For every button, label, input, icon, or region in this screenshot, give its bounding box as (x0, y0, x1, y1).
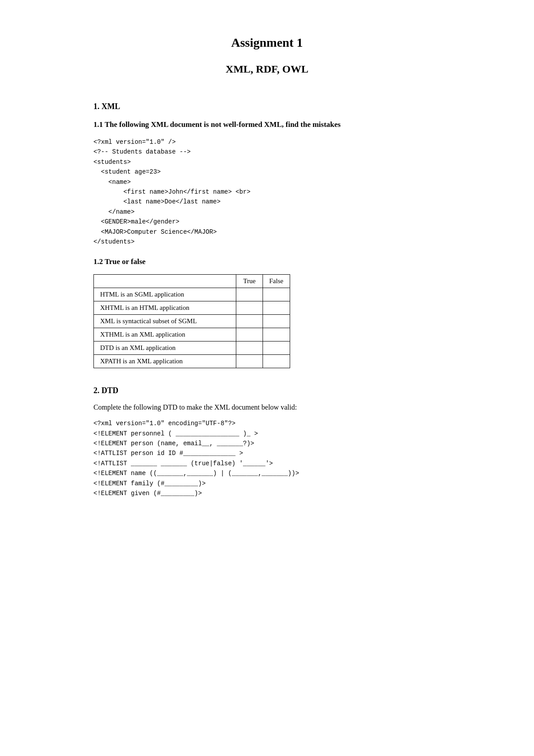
table-cell-label: HTML is an SGML application (94, 288, 236, 301)
table-cell-true (236, 288, 263, 301)
section1-sub2-heading: 1.2 True or false (93, 257, 441, 266)
table-col1-header (94, 275, 236, 288)
section1-sub1-heading: 1.1 The following XML document is not we… (93, 120, 441, 129)
dtd-intro: Complete the following DTD to make the X… (93, 403, 441, 411)
table-cell-true (236, 315, 263, 328)
table-row: XPATH is an XML application (94, 355, 290, 368)
table-row: XTHML is an XML application (94, 328, 290, 341)
section2-heading: 2. DTD (93, 386, 441, 395)
table-cell-true (236, 301, 263, 315)
table-cell-true (236, 355, 263, 368)
section1-heading: 1. XML (93, 102, 441, 111)
table-cell-label: XPATH is an XML application (94, 355, 236, 368)
true-false-table: True False HTML is an SGML applicationXH… (93, 274, 290, 368)
table-cell-false (263, 315, 290, 328)
page-title: Assignment 1 (93, 36, 441, 50)
dtd-code-block: <?xml version="1.0" encoding="UTF-8"?> <… (93, 419, 441, 498)
table-cell-false (263, 301, 290, 315)
table-cell-true (236, 341, 263, 355)
table-cell-false (263, 341, 290, 355)
table-row: XHTML is an HTML application (94, 301, 290, 315)
table-col3-header: False (263, 275, 290, 288)
table-cell-label: XHTML is an HTML application (94, 301, 236, 315)
table-col2-header: True (236, 275, 263, 288)
page: Assignment 1 XML, RDF, OWL 1. XML 1.1 Th… (67, 0, 467, 545)
table-row: DTD is an XML application (94, 341, 290, 355)
table-cell-false (263, 288, 290, 301)
table-cell-label: DTD is an XML application (94, 341, 236, 355)
table-row: XML is syntactical subset of SGML (94, 315, 290, 328)
page-subtitle: XML, RDF, OWL (93, 63, 441, 75)
table-cell-false (263, 328, 290, 341)
table-cell-false (263, 355, 290, 368)
table-row: HTML is an SGML application (94, 288, 290, 301)
table-cell-true (236, 328, 263, 341)
table-cell-label: XML is syntactical subset of SGML (94, 315, 236, 328)
table-cell-label: XTHML is an XML application (94, 328, 236, 341)
xml-code-block: <?xml version="1.0" /> <?-- Students dat… (93, 137, 441, 247)
